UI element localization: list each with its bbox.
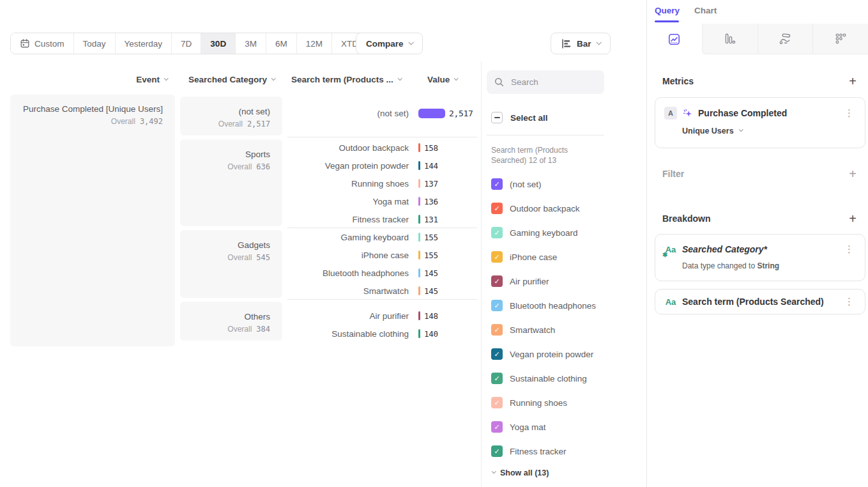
column-header-value[interactable]: Value [427, 75, 457, 84]
legend-item[interactable]: ✓Air purifier [491, 269, 596, 293]
table-row[interactable]: Outdoor backpack158 [287, 139, 477, 157]
table-row[interactable]: Air purifier148 [287, 307, 477, 325]
column-header-event[interactable]: Event [109, 75, 167, 84]
horizontal-bar-chart-icon [561, 38, 572, 49]
legend-checkbox[interactable]: ✓ [491, 445, 503, 457]
legend-checkbox[interactable]: ✓ [491, 397, 503, 408]
legend-checkbox[interactable]: ✓ [491, 421, 503, 433]
legend-checkbox[interactable]: ✓ [491, 324, 503, 336]
kebab-menu-icon[interactable]: ⋮ [842, 244, 856, 255]
table-row[interactable]: Bluetooth headphones145 [287, 264, 477, 282]
legend-item[interactable]: ✓(not set) [491, 172, 596, 196]
value-label: 148 [424, 311, 438, 321]
breakdown-card-searched-category[interactable]: Aa✱ Searched Category* ⋮ Data type chang… [655, 234, 865, 281]
flows-tab[interactable] [758, 24, 813, 54]
value-bar [418, 161, 420, 170]
legend-checkbox[interactable]: ✓ [491, 373, 503, 384]
legend-item[interactable]: ✓Running shoes [491, 390, 596, 415]
category-title: Sports [192, 149, 270, 160]
table-row[interactable]: (not set)2,517 [287, 104, 477, 122]
chart-type-button[interactable]: Bar [551, 33, 611, 54]
legend-item[interactable]: ✓Gaming keyboard [491, 220, 596, 245]
check-icon: ✓ [494, 254, 499, 261]
kebab-menu-icon[interactable]: ⋮ [842, 107, 856, 119]
panel-divider [481, 61, 482, 487]
event-title: Purchase Completed [Unique Users] [22, 104, 163, 115]
column-header-searched-category[interactable]: Searched Category [179, 75, 275, 84]
table-row[interactable]: Fitness tracker131 [287, 210, 477, 228]
legend-item-label: Air purifier [510, 277, 549, 286]
legend-item[interactable]: ✓Fitness tracker [491, 439, 596, 463]
column-header-search-term[interactable]: Search term (Products ... [291, 75, 401, 84]
kebab-menu-icon[interactable]: ⋮ [842, 296, 856, 307]
funnels-tab[interactable] [702, 24, 758, 54]
legend-checkbox[interactable]: ✓ [491, 348, 503, 360]
legend-item[interactable]: ✓Bluetooth headphones [491, 293, 596, 318]
legend-checkbox[interactable]: ✓ [491, 203, 503, 214]
legend-item-label: Outdoor backpack [510, 204, 580, 213]
date-range-3m[interactable]: 3M [235, 33, 266, 54]
table-row[interactable]: Vegan protein powder144 [287, 157, 477, 174]
table-row[interactable]: Yoga mat136 [287, 192, 477, 210]
value-bar [418, 311, 420, 320]
table-row[interactable]: Running shoes137 [287, 174, 477, 192]
add-breakdown-button plus-icon[interactable]: + [849, 214, 857, 223]
date-range-30d[interactable]: 30D [201, 33, 235, 54]
category-cell[interactable]: (not set)Overall2,517 [180, 97, 282, 135]
legend-item[interactable]: ✓Yoga mat [491, 415, 596, 439]
term-label: Vegan protein powder [287, 161, 409, 171]
category-cell[interactable]: OthersOverall384 [180, 302, 282, 341]
legend-item-label: Fitness tracker [510, 447, 567, 456]
legend-item[interactable]: ✓Sustainable clothing [491, 366, 596, 390]
legend-checkbox[interactable]: ✓ [491, 227, 503, 238]
legend-checkbox[interactable]: ✓ [491, 251, 503, 263]
category-cell[interactable]: SportsOverall636 [180, 139, 282, 226]
legend-item[interactable]: ✓Smartwatch [491, 318, 596, 342]
legend-checkbox[interactable]: ✓ [491, 178, 503, 190]
overall-value: 545 [256, 253, 270, 262]
select-all-row[interactable]: Select all [491, 112, 548, 123]
date-range-6m[interactable]: 6M [266, 33, 296, 54]
table-row[interactable]: iPhone case155 [287, 246, 477, 264]
search-input[interactable] [510, 77, 597, 88]
legend-item[interactable]: ✓Outdoor backpack [491, 196, 596, 220]
tab-query[interactable]: Query [655, 6, 680, 15]
table-row[interactable]: Smartwatch145 [287, 282, 477, 300]
show-all-button[interactable]: Show all (13) [492, 468, 549, 477]
date-range-7d[interactable]: 7D [171, 33, 201, 54]
breakdown-card-search-term[interactable]: Aa Search term (Products Searched) ⋮ [655, 289, 865, 314]
legend-checkbox[interactable]: ✓ [491, 300, 503, 311]
tab-chart[interactable]: Chart [694, 6, 717, 15]
category-overall: Overall545 [192, 253, 270, 262]
legend-item[interactable]: ✓Vegan protein powder [491, 342, 596, 366]
event-cell[interactable]: Purchase Completed [Unique Users] Overal… [10, 95, 175, 346]
add-filter-button plus-icon[interactable]: + [849, 169, 857, 178]
compare-button[interactable]: Compare [356, 33, 423, 54]
table-row[interactable]: Gaming keyboard155 [287, 228, 477, 246]
legend-item-label: Vegan protein powder [510, 350, 593, 359]
retention-tab[interactable] [812, 24, 868, 54]
legend-item[interactable]: ✓iPhone case [491, 245, 596, 269]
app-window: CustomTodayYesterday7D30D3M6M12MXTD Comp… [0, 0, 868, 487]
category-cell[interactable]: GadgetsOverall545 [180, 230, 282, 298]
date-range-custom[interactable]: Custom [11, 33, 73, 54]
chevron-down-icon [271, 76, 276, 81]
term-label: Air purifier [287, 311, 409, 321]
flows-icon [778, 32, 792, 46]
metric-card[interactable]: A Purchase Completed ⋮ Unique Users [655, 97, 865, 148]
select-all-checkbox[interactable] [491, 112, 503, 123]
value-label: 136 [424, 197, 438, 206]
legend-item-label: iPhone case [510, 252, 557, 262]
chevron-down-icon [596, 40, 601, 45]
date-range-today[interactable]: Today [73, 33, 115, 54]
aggregation-selector[interactable]: Unique Users [682, 127, 856, 135]
add-metric-button plus-icon[interactable]: + [849, 77, 857, 86]
date-range-12m[interactable]: 12M [296, 33, 331, 54]
term-label: Outdoor backpack [287, 143, 409, 153]
date-range-yesterday[interactable]: Yesterday [115, 33, 172, 54]
legend-checkbox[interactable]: ✓ [491, 275, 503, 287]
insights-tab[interactable] [647, 24, 702, 54]
breakdown-section-header: Breakdown + [662, 213, 857, 224]
table-row[interactable]: Sustainable clothing140 [287, 325, 477, 343]
value-bar [418, 329, 420, 338]
